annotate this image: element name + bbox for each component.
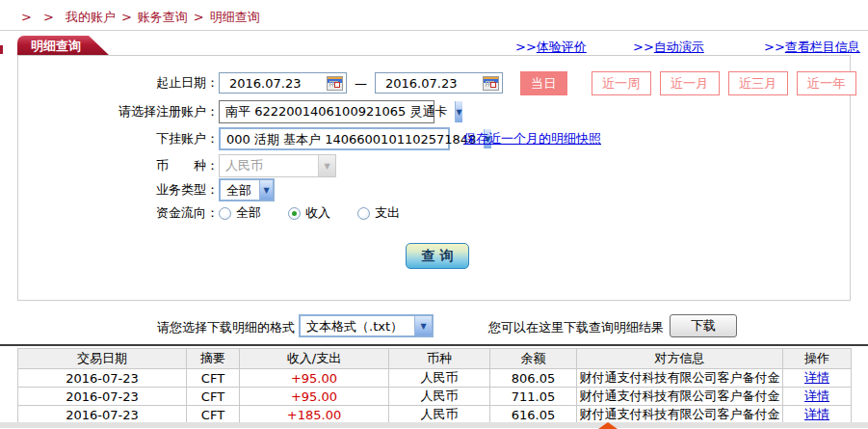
breadcrumb-divider (0, 30, 868, 31)
flow-option-all[interactable]: 全部 (219, 204, 261, 222)
biz-type-row: 业务类型： 全部 ▼ (18, 178, 275, 201)
sub-account-label: 下挂账户： (18, 130, 219, 147)
left-edge-accent (0, 45, 3, 54)
radio-selected-icon[interactable] (288, 207, 301, 220)
cell-summary: CFT (187, 406, 240, 424)
register-account-label: 请选择注册账户： (18, 103, 219, 121)
radio-icon[interactable] (357, 207, 370, 220)
table-header-row: 交易日期 摘要 收入/支出 币种 余额 对方信息 操作 (18, 349, 852, 369)
cell-amount: +95.00 (240, 388, 389, 406)
breadcrumb-separator: > (121, 10, 132, 24)
cell-counterparty: 财付通支付科技有限公司客户备付金 (577, 388, 783, 406)
cell-date: 2016-07-23 (18, 369, 187, 388)
calendar-icon[interactable] (327, 76, 343, 91)
currency-row: 币 种： 人民币 ▼ (18, 154, 336, 177)
date-separator: — (355, 76, 367, 91)
register-account-value: 南平 6222001406100921065 灵通卡 (220, 101, 455, 122)
quick-range-month-button[interactable]: 近一月 (660, 71, 720, 95)
date-range-row: 起止日期： 2016.07.23 — 2016.07.23 当日 近一周 近一月… (18, 71, 856, 94)
currency-label: 币 种： (18, 157, 219, 174)
cell-currency: 人民币 (389, 406, 490, 424)
quick-range-week-button[interactable]: 近一周 (592, 71, 651, 95)
download-hint: 您可以在这里下载查询明细结果 (488, 319, 664, 336)
link-experience-eval[interactable]: >>体验评价 (515, 39, 587, 56)
breadcrumb-separator: > (194, 10, 204, 24)
cell-summary: CFT (187, 388, 240, 406)
cell-balance: 806.05 (490, 369, 577, 388)
breadcrumb-item-my-account[interactable]: 我的账户 (66, 10, 116, 24)
chevron-down-icon[interactable]: ▼ (455, 101, 461, 122)
flow-option-expense[interactable]: 支出 (357, 204, 400, 222)
table-row: 2016-07-23 CFT +95.00 人民币 806.05 财付通支付科技… (18, 369, 852, 388)
table-top-divider (0, 344, 868, 346)
radio-icon[interactable] (219, 207, 231, 220)
breadcrumb: > >我的账户>账务查询>明细查询 (21, 9, 260, 26)
table-row: 2016-07-23 CFT +185.00 人民币 616.05 财付通支付科… (18, 406, 852, 424)
sub-account-select[interactable]: 000 活期 基本户 1406600101102571848 ▼ (219, 127, 450, 150)
flow-option-income[interactable]: 收入 (288, 204, 330, 222)
cell-balance: 616.05 (490, 406, 577, 424)
download-format-value: 文本格式（.txt） (301, 316, 414, 335)
chevron-down-icon[interactable]: ▼ (414, 316, 432, 335)
fund-flow-options: 全部 收入 支出 (219, 204, 400, 222)
fund-flow-label: 资金流向： (18, 204, 219, 222)
col-summary: 摘要 (187, 349, 240, 369)
link-prefix: >> (764, 40, 785, 54)
sub-account-row: 下挂账户： 000 活期 基本户 1406600101102571848 ▼ 保… (18, 127, 601, 150)
quick-range-buttons: 当日 近一周 近一月 近三月 近一年 (520, 71, 856, 95)
cell-amount: +185.00 (240, 406, 389, 424)
col-currency: 币种 (389, 349, 490, 369)
link-prefix: >> (515, 40, 537, 54)
col-amount: 收入/支出 (240, 349, 389, 369)
cell-summary: CFT (187, 369, 240, 388)
register-account-row: 请选择注册账户： 南平 6222001406100921065 灵通卡 ▼ (18, 100, 434, 123)
register-account-select[interactable]: 南平 6222001406100921065 灵通卡 ▼ (219, 100, 434, 123)
quick-range-year-button[interactable]: 近一年 (797, 71, 856, 95)
download-button[interactable]: 下载 (670, 314, 737, 337)
quick-range-3months-button[interactable]: 近三月 (728, 71, 788, 95)
breadcrumb-item-detail-query[interactable]: 明细查询 (210, 10, 260, 24)
table-row: 2016-07-23 CFT +95.00 人民币 711.05 财付通支付科技… (18, 388, 852, 406)
date-to-input[interactable]: 2016.07.23 (375, 72, 503, 94)
chevron-down-icon: ▼ (318, 155, 335, 176)
breadcrumb-item-account-query[interactable]: 账务查询 (138, 10, 188, 24)
calendar-icon[interactable] (483, 76, 499, 91)
col-counterparty: 对方信息 (577, 349, 783, 369)
cell-currency: 人民币 (389, 369, 490, 388)
link-prefix: >> (633, 40, 654, 54)
date-to-value: 2016.07.23 (385, 76, 457, 91)
tab-detail-query[interactable]: 明细查询 (17, 36, 110, 56)
currency-select-disabled: 人民币 ▼ (219, 154, 336, 177)
chevron-down-icon[interactable]: ▼ (259, 180, 273, 200)
date-from-input[interactable]: 2016.07.23 (219, 72, 347, 94)
detail-link[interactable]: 详情 (804, 389, 829, 403)
detail-link[interactable]: 详情 (804, 370, 829, 385)
page: > >我的账户>账务查询>明细查询 明细查询 >>体验评价 >>自动演示 >>查… (0, 0, 868, 429)
quick-range-today-button[interactable]: 当日 (520, 71, 567, 95)
date-from-value: 2016.07.23 (229, 76, 301, 91)
bottom-flame-icon (598, 422, 618, 429)
cell-counterparty: 财付通支付科技有限公司客户备付金 (577, 369, 783, 388)
download-format-select[interactable]: 文本格式（.txt） ▼ (299, 314, 434, 337)
detail-link[interactable]: 详情 (804, 407, 829, 421)
query-form-panel: 起止日期： 2016.07.23 — 2016.07.23 当日 近一周 近一月… (17, 55, 851, 301)
currency-value: 人民币 (220, 155, 318, 176)
transactions-table: 交易日期 摘要 收入/支出 币种 余额 对方信息 操作 2016-07-23 C… (17, 348, 852, 424)
save-snapshot-link[interactable]: 保存近一个月的明细快照 (463, 130, 601, 147)
cell-date: 2016-07-23 (18, 388, 187, 406)
biz-type-label: 业务类型： (18, 181, 219, 199)
cell-date: 2016-07-23 (18, 406, 187, 424)
bottom-strip (0, 422, 868, 428)
cell-amount: +95.00 (240, 369, 389, 388)
tab-label: 明细查询 (31, 39, 81, 53)
biz-type-select[interactable]: 全部 ▼ (219, 178, 275, 201)
sub-account-value: 000 活期 基本户 1406600101102571848 (221, 129, 484, 148)
query-button[interactable]: 查 询 (406, 243, 469, 269)
download-format-label: 请您选择下载明细的格式 (157, 319, 295, 336)
col-action: 操作 (783, 349, 852, 369)
link-auto-demo[interactable]: >>自动演示 (633, 39, 704, 56)
breadcrumb-prefix: > > (21, 10, 58, 24)
link-view-column-info[interactable]: >>查看栏目信息 (764, 39, 860, 56)
cell-currency: 人民币 (389, 388, 490, 406)
cell-counterparty: 财付通支付科技有限公司客户备付金 (577, 406, 783, 424)
